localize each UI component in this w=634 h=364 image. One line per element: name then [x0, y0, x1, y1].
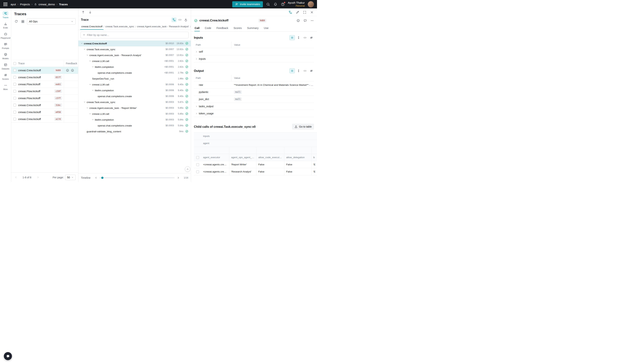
trace-op-name[interactable]: crewai.Flow.kickoff [18, 97, 40, 100]
sidebar-item-scorers[interactable]: Scorers [0, 72, 11, 82]
trace-tree-row[interactable]: crewai.LLM.call <$0.0001 2.82s [78, 58, 191, 64]
chevron-down-icon[interactable] [86, 106, 89, 110]
kv-row[interactable]: token_usage [194, 110, 314, 117]
code-view-icon[interactable] [302, 68, 308, 73]
trace-op-name[interactable]: crewai.Crew.kickoff [18, 104, 41, 107]
chevron-down-icon[interactable] [94, 71, 97, 74]
sidebar-item-datasets[interactable]: Datasets [0, 61, 11, 71]
op-filter-input[interactable] [87, 34, 187, 36]
chevron-down-icon[interactable] [88, 83, 92, 86]
trace-op-name[interactable]: crewai.Crew.kickoff [18, 111, 41, 114]
chevron-right-icon[interactable] [195, 84, 198, 86]
go-to-table-button[interactable]: Go to table [292, 124, 314, 130]
trace-tree-row[interactable]: crewai.Agent.execute_task - 'Research An… [78, 52, 191, 58]
chevron-down-icon[interactable] [94, 94, 97, 98]
expand-fullscreen-icon[interactable] [303, 10, 307, 14]
trace-id-chip[interactable]: 657f [54, 76, 62, 79]
trace-row[interactable]: crewai.Crew.kickoff e058 [11, 109, 78, 116]
tab-use[interactable]: Use [264, 25, 269, 31]
trace-tree-row[interactable]: crewai.Task.execute_sync $0.0007 13.92s [78, 46, 191, 52]
chevron-down-icon[interactable] [88, 60, 92, 63]
notifications-bell-icon[interactable] [273, 2, 277, 6]
column-settings-icon[interactable] [20, 19, 25, 24]
kv-row[interactable]: raw **Investment Report: AI in Chemical … [194, 82, 314, 88]
chevron-right-icon[interactable] [195, 105, 198, 108]
overflow-menu-icon[interactable] [310, 19, 314, 22]
tree-view-icon[interactable] [172, 18, 176, 22]
chevron-down-icon[interactable] [83, 100, 86, 104]
smiley-feedback-icon[interactable] [66, 69, 69, 72]
row-checkbox[interactable] [196, 156, 199, 159]
timeline-slider-handle[interactable] [101, 177, 104, 179]
trace-tree-row[interactable]: openai.chat.completions.create <$0.0001 … [78, 70, 191, 76]
hide-values-icon[interactable] [309, 68, 314, 73]
trace-tree-row[interactable]: crewai.Task.execute_sync $0.0003 5.87s [78, 99, 191, 105]
trace-tree-row[interactable]: openai.chat.completions.create $0.0006 9… [78, 93, 191, 99]
trace-tree-row[interactable]: crewai.Crew.kickoff $0.0010 19.83s [78, 40, 191, 46]
kv-row[interactable]: pydantic null [194, 88, 314, 96]
trace-id-chip[interactable]: eab1 [54, 82, 62, 86]
child-table-row[interactable]: <crewai.agents.cre…'Report Writer'FalseF… [194, 161, 317, 168]
trace-op-name[interactable]: crewai.Flow.kickoff [18, 83, 40, 86]
add-comment-icon[interactable] [303, 19, 307, 22]
wandb-logo-icon[interactable] [0, 0, 11, 8]
trace-op-name[interactable]: crewai.Crew.kickoff [18, 69, 41, 72]
row-checkbox[interactable] [14, 83, 16, 86]
expand-all-icon[interactable] [296, 35, 301, 40]
frowny-feedback-icon[interactable] [71, 69, 74, 72]
trace-tree-row[interactable]: crewai.LLM.call $0.0006 9.40s [78, 82, 191, 88]
row-checkbox[interactable] [14, 76, 16, 79]
chevron-right-icon[interactable] [195, 57, 198, 60]
trace-tree-row[interactable]: litellm.completion <$0.0001 2.82s [78, 64, 191, 70]
kv-row[interactable]: self [194, 48, 314, 55]
chevron-right-icon[interactable] [195, 112, 198, 115]
trace-tree-row[interactable]: litellm.completion $0.0006 9.40s [78, 88, 191, 93]
breadcrumb-entity[interactable]: ayut [11, 3, 16, 6]
code-view-icon[interactable] [302, 35, 308, 40]
timeline-prev-icon[interactable] [94, 176, 98, 180]
flame-view-icon[interactable] [183, 18, 188, 22]
chevron-down-icon[interactable] [88, 77, 92, 80]
chevron-right-icon[interactable] [195, 90, 198, 94]
trace-tree-row[interactable]: crewai.LLM.call $0.0003 5.85s [78, 111, 191, 117]
trace-row[interactable]: crewai.Crew.kickoff a17d [11, 116, 78, 122]
user-menu[interactable]: Ayush Thakur Personal [288, 1, 305, 7]
chevron-down-icon[interactable] [91, 118, 95, 121]
call-id-chip[interactable]: 9d89 [258, 19, 266, 22]
trace-path-tab[interactable]: crewai.Crew.kickoff [80, 24, 104, 30]
avatar[interactable] [308, 1, 314, 8]
kv-row[interactable]: json_dict null [194, 96, 314, 103]
ops-filter-select[interactable]: All Ops [27, 18, 76, 24]
trace-tree-row[interactable]: guardrail-validate_blog_content 0ms [78, 128, 191, 134]
invite-teammates-button[interactable]: Invite teammates [232, 1, 263, 7]
trace-row[interactable]: crewai.Flow.kickoff eab1 [11, 81, 78, 88]
chevron-down-icon[interactable] [88, 112, 92, 116]
kv-row[interactable]: tasks_output [194, 103, 314, 110]
code-view-icon[interactable] [177, 18, 182, 22]
chevron-down-icon[interactable] [83, 48, 86, 51]
trace-row[interactable]: crewai.Crew.kickoff 9d89 [11, 67, 78, 74]
tab-feedback[interactable]: Feedback [216, 25, 228, 31]
row-checkbox[interactable] [14, 118, 16, 120]
sidebar-item-evals[interactable]: Evals [0, 20, 11, 30]
next-call-arrow-down-icon[interactable] [88, 10, 92, 14]
row-checkbox[interactable] [14, 90, 16, 92]
trace-path-tab[interactable]: crewai.Task.execute_sync [104, 24, 135, 30]
scroll-to-top-button[interactable] [185, 166, 190, 172]
timeline-next-icon[interactable] [176, 176, 180, 180]
trace-row[interactable]: crewai.Flow.kickoff c5ff [11, 95, 78, 102]
sidebar-item-prompts[interactable]: Prompts [0, 41, 11, 51]
column-header-feedback[interactable]: Feedback [64, 60, 78, 67]
trace-op-name[interactable]: crewai.Flow.kickoff [18, 90, 40, 93]
expand-all-icon[interactable] [296, 68, 301, 73]
chevron-right-icon[interactable] [195, 98, 198, 100]
breadcrumb-page[interactable]: Traces [59, 3, 68, 6]
trace-id-chip[interactable]: 316c [54, 103, 62, 107]
chevron-down-icon[interactable] [83, 130, 86, 133]
row-checkbox[interactable] [14, 97, 16, 100]
search-icon[interactable] [266, 2, 270, 6]
tab-code[interactable]: Code [205, 25, 211, 31]
trace-id-chip[interactable]: e058 [54, 110, 62, 114]
sidebar-item-models[interactable]: Models [0, 51, 11, 61]
breadcrumb-projects[interactable]: Projects [20, 3, 30, 6]
